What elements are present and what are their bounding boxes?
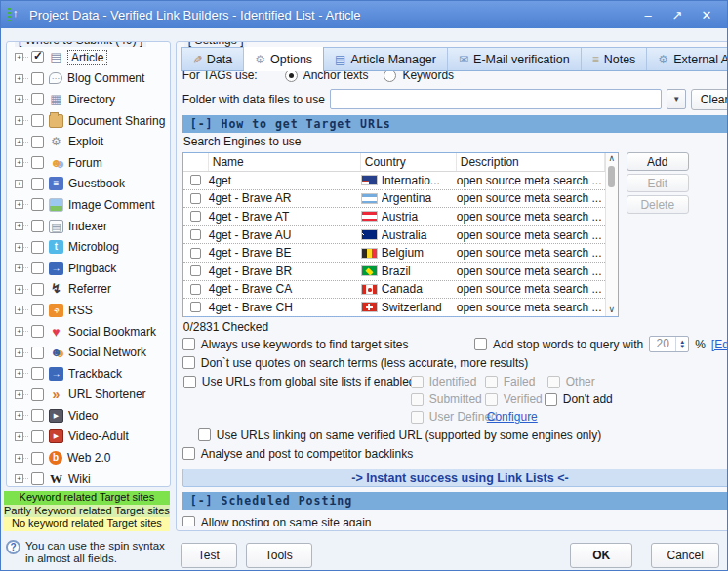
search-engines-table-header[interactable]: Name Country Description — [183, 153, 605, 172]
tree-item-label[interactable]: URL Shortener — [68, 387, 146, 401]
folder-dropdown-button[interactable]: ▼ — [667, 89, 686, 109]
column-country[interactable]: Country — [361, 153, 457, 171]
edit-link[interactable]: [Edit] — [711, 338, 728, 351]
tree-item-checkbox[interactable] — [31, 220, 44, 232]
expand-icon[interactable]: + — [15, 306, 23, 314]
clear-button[interactable]: Clear — [691, 89, 728, 110]
expand-icon[interactable]: + — [15, 411, 23, 420]
tree-item-label[interactable]: Video — [68, 409, 98, 423]
tab-data[interactable]: Data — [182, 48, 244, 70]
tab-notes[interactable]: Notes — [582, 48, 648, 70]
expand-icon[interactable]: + — [15, 74, 23, 83]
add-button[interactable]: Add — [627, 152, 689, 171]
delete-button[interactable]: Delete — [627, 195, 689, 214]
tree-item-image-comment[interactable]: +Image Comment — [7, 194, 170, 216]
global-lists-checkbox[interactable] — [183, 376, 196, 388]
maximize-button[interactable]: ↗ — [665, 5, 690, 24]
tree-item-label[interactable]: Exploit — [68, 135, 103, 148]
tree-item-checkbox[interactable] — [31, 409, 44, 422]
tree-item-checkbox[interactable] — [31, 304, 44, 316]
tree-item-directory[interactable]: +Directory — [7, 89, 170, 110]
tree-item-blog-comment[interactable]: +Blog Comment — [7, 68, 170, 90]
tree-item-web-2-0[interactable]: +Web 2.0 — [7, 447, 170, 469]
tab-options[interactable]: Options — [244, 47, 324, 71]
engine-checkbox[interactable] — [190, 175, 201, 185]
tree-item-checkbox[interactable] — [31, 452, 44, 465]
search-engines-table[interactable]: Name Country Description 4getInternatio.… — [182, 152, 619, 317]
column-description[interactable]: Description — [457, 153, 605, 171]
expand-icon[interactable]: + — [15, 432, 23, 441]
anchor-texts-radio[interactable] — [285, 71, 298, 82]
expand-icon[interactable]: + — [15, 474, 23, 483]
engine-checkbox[interactable] — [190, 211, 201, 222]
tree-item-checkbox[interactable] — [31, 178, 44, 190]
expand-icon[interactable]: + — [15, 390, 23, 399]
expand-icon[interactable]: + — [15, 95, 23, 103]
engine-checkbox[interactable] — [190, 284, 201, 295]
tree-item-checkbox[interactable] — [31, 367, 44, 380]
scroll-up-icon[interactable]: ∧ — [608, 153, 615, 163]
tree-item-indexer[interactable]: +Indexer — [7, 216, 170, 237]
tree-item-label[interactable]: Guestbook — [68, 177, 125, 190]
tree-item-rss[interactable]: +RSS — [7, 300, 170, 321]
tree-item-checkbox[interactable] — [31, 198, 44, 211]
engine-row-4get-brave-ch[interactable]: 4get - Brave CHSwitzerlandopen source me… — [183, 299, 605, 317]
tools-button[interactable]: Tools — [246, 543, 312, 568]
competitor-checkbox[interactable] — [182, 447, 195, 460]
tree-item-label[interactable]: Pingback — [68, 262, 116, 275]
expand-icon[interactable]: + — [15, 158, 23, 167]
instant-success-button[interactable]: -> Instant success using Link Lists <- — [182, 469, 728, 487]
tree-item-trackback[interactable]: +Trackback — [7, 363, 170, 385]
test-button[interactable]: Test — [181, 543, 237, 568]
close-button[interactable]: ✕ — [694, 5, 719, 24]
tree-item-social-bookmark[interactable]: +Social Bookmark — [7, 321, 170, 343]
verified-checkbox[interactable] — [485, 393, 498, 406]
tree-item-checkbox[interactable] — [31, 241, 44, 254]
expand-icon[interactable]: + — [15, 222, 23, 230]
expand-icon[interactable]: + — [15, 285, 23, 294]
failed-checkbox[interactable] — [485, 376, 498, 388]
tree-item-label[interactable]: RSS — [68, 304, 93, 317]
allow-same-site-checkbox[interactable] — [182, 516, 195, 526]
expand-icon[interactable]: + — [15, 454, 23, 463]
column-name[interactable]: Name — [209, 153, 361, 171]
keywords-radio[interactable] — [384, 71, 396, 82]
tree-item-forum[interactable]: +Forum — [7, 152, 170, 174]
tree-item-label[interactable]: Wiki — [68, 472, 91, 486]
engine-row-4get-brave-ca[interactable]: 4get - Brave CACanadaopen source meta se… — [183, 281, 605, 300]
tree-item-label[interactable]: Web 2.0 — [67, 451, 110, 465]
tree-item-checkbox[interactable] — [31, 156, 44, 169]
tree-item-checkbox[interactable] — [31, 114, 44, 127]
ok-button[interactable]: OK — [570, 543, 632, 568]
tree-item-label[interactable]: Trackback — [68, 367, 122, 381]
engine-row-4get-brave-au[interactable]: 4get - Brave AUAustraliaopen source meta… — [183, 226, 605, 245]
tree-item-checkbox[interactable] — [31, 472, 44, 485]
scroll-down-icon[interactable]: ∨ — [608, 305, 615, 314]
engine-row-4get-brave-be[interactable]: 4get - Brave BEBelgiumopen source meta s… — [183, 244, 605, 263]
tree-item-label[interactable]: Social Network — [68, 346, 146, 359]
engine-row-4get-brave-ar[interactable]: 4get - Brave ARArgentinaopen source meta… — [183, 190, 605, 209]
tree-item-checkbox[interactable] — [31, 325, 44, 338]
stop-words-spinner[interactable]: 20 ▲▼ — [649, 336, 689, 352]
tree-item-label[interactable]: Microblog — [68, 240, 119, 254]
tree-item-checkbox[interactable] — [31, 51, 44, 63]
tab-article-manager[interactable]: Article Manager — [324, 48, 448, 70]
tree-item-pingback[interactable]: +Pingback — [7, 258, 170, 279]
titlebar[interactable]: Project Data - Verified Link Builders - … — [1, 1, 727, 28]
tree-item-video-adult[interactable]: +Video-Adult — [7, 427, 170, 448]
table-scrollbar[interactable]: ∧ ∨ — [605, 153, 618, 316]
tree-item-label[interactable]: Directory — [68, 93, 115, 106]
tree-item-exploit[interactable]: +Exploit — [7, 131, 170, 152]
engine-row-4get-brave-br[interactable]: 4get - Brave BRBrazilopen source meta se… — [183, 263, 605, 281]
tree-item-checkbox[interactable] — [31, 388, 44, 401]
scheduled-posting-header[interactable]: [-] Scheduled Posting — [182, 492, 728, 510]
tree-item-checkbox[interactable] — [31, 430, 44, 443]
tab-e-mail-verification[interactable]: E-Mail verification — [448, 48, 582, 70]
tree-item-checkbox[interactable] — [31, 72, 44, 85]
tree-item-referrer[interactable]: +Referrer — [7, 279, 170, 301]
engine-checkbox[interactable] — [190, 229, 201, 240]
tree-item-label[interactable]: Video-Adult — [68, 429, 129, 443]
folder-input[interactable] — [330, 89, 662, 109]
tree-item-checkbox[interactable] — [31, 283, 44, 296]
engine-checkbox[interactable] — [190, 248, 201, 259]
